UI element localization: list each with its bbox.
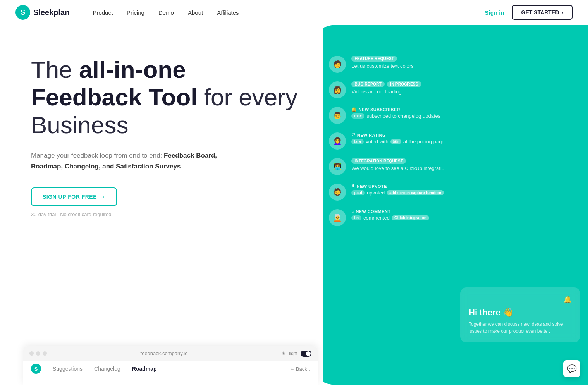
browser-mockup: feedback.company.io ☀ light S Suggestion… — [23, 346, 318, 385]
theme-toggle[interactable]: ☀ light — [281, 351, 311, 357]
chat-bubble-icon: 💬 — [567, 364, 577, 373]
avatar: 🧑‍💻 — [329, 158, 346, 175]
browser-dot-yellow — [36, 351, 40, 356]
notif-new-subscriber: 👨 🔔 NEW SUBSCRIBER max subscribed to cha… — [329, 107, 573, 124]
nav-about[interactable]: About — [188, 9, 203, 16]
tag-in-progress: IN PROGRESS — [387, 81, 421, 87]
avatar: 🧔 — [329, 184, 346, 201]
browser-tab-logo: S — [31, 364, 41, 374]
user-chip: lin — [351, 215, 361, 220]
notif-label: 🔔 NEW SUBSCRIBER — [351, 107, 440, 112]
notif-text: We would love to see a ClickUp integrati… — [351, 165, 445, 171]
user-chip: paul — [351, 190, 365, 195]
bell-icon: 🔔 — [469, 295, 572, 304]
notif-text: Videos are not loading — [351, 89, 421, 95]
logo-text: Sleekplan — [33, 8, 69, 17]
hero-title: The all-in-one Feedback Tool for every B… — [31, 56, 300, 139]
tab-roadmap[interactable]: Roadmap — [132, 366, 157, 372]
tag-integration-request: INTEGRATION REQUEST — [351, 158, 406, 164]
tab-suggestions[interactable]: Suggestions — [53, 366, 83, 372]
feature-chip: add screen capture function — [387, 190, 444, 195]
avatar: 👩 — [329, 81, 346, 98]
nav-links: Product Pricing Demo About Affiliates — [93, 9, 485, 16]
nav-affiliates[interactable]: Affiliates — [217, 9, 239, 16]
back-button[interactable]: ← Back t — [289, 366, 310, 372]
nav-pricing[interactable]: Pricing — [127, 9, 144, 16]
signin-link[interactable]: Sign in — [485, 9, 504, 16]
browser-tabs: S Suggestions Changelog Roadmap ← Back t — [23, 361, 318, 376]
tag-feature-request: FEATURE REQUEST — [351, 56, 397, 62]
notif-text: lara voted with 5/5 at the pricing page — [351, 139, 444, 144]
notif-label: ○ NEW COMMENT — [351, 209, 429, 214]
notif-tags: INTEGRATION REQUEST — [351, 158, 445, 164]
notif-label: ♡ NEW RATING — [351, 132, 444, 138]
notif-text: lin commented Gitlab integration — [351, 215, 429, 221]
chat-icon-button[interactable]: 💬 — [563, 360, 580, 377]
user-chip: lara — [351, 139, 364, 144]
browser-dots — [29, 351, 47, 356]
notif-label: ⬆ NEW UPVOTE — [351, 184, 444, 189]
notif-bug-report: 👩 BUG REPORT IN PROGRESS Videos are not … — [329, 81, 573, 98]
notif-new-comment: 🧑‍🦳 ○ NEW COMMENT lin commented Gitlab i… — [329, 209, 573, 226]
chat-description: Together we can discuss new ideas and so… — [469, 321, 572, 335]
feature-chip: Gitlab integration — [392, 215, 429, 220]
browser-dot-red — [29, 351, 34, 356]
notification-list: 🧑 FEATURE REQUEST Let us customize text … — [329, 56, 573, 226]
theme-label: light — [289, 351, 297, 356]
nav-demo[interactable]: Demo — [158, 9, 174, 16]
score-chip: 5/5 — [390, 139, 401, 144]
tab-changelog[interactable]: Changelog — [94, 366, 120, 372]
signup-free-button[interactable]: SIGN UP FOR FREE → — [31, 187, 117, 206]
notif-tags: FEATURE REQUEST — [351, 56, 413, 62]
chat-widget: 🔔 Hi there 👋 Together we can discuss new… — [460, 287, 580, 342]
browser-dot-green — [43, 351, 47, 356]
nav-product[interactable]: Product — [93, 9, 113, 16]
browser-bar: feedback.company.io ☀ light — [23, 346, 318, 361]
tag-bug-report: BUG REPORT — [351, 81, 385, 87]
notif-new-rating: 👩‍🦱 ♡ NEW RATING lara voted with 5/5 at … — [329, 132, 573, 150]
hero-subtitle: Manage your feedback loop from end to en… — [31, 150, 225, 172]
nav-logo[interactable]: S Sleekplan — [15, 5, 69, 20]
notif-integration-request: 🧑‍💻 INTEGRATION REQUEST We would love to… — [329, 158, 573, 175]
user-chip: max — [351, 113, 364, 119]
sun-icon: ☀ — [281, 351, 286, 356]
notif-new-upvote: 🧔 ⬆ NEW UPVOTE paul upvoted add screen c… — [329, 184, 573, 201]
notif-text: paul upvoted add screen capture function — [351, 190, 444, 196]
logo-icon: S — [15, 5, 30, 20]
browser-url: feedback.company.io — [52, 351, 277, 356]
avatar: 👩‍🦱 — [329, 132, 346, 150]
moon-toggle[interactable] — [301, 351, 311, 357]
avatar: 🧑 — [329, 56, 346, 73]
avatar: 🧑‍🦳 — [329, 209, 346, 226]
hero-section: The all-in-one Feedback Tool for every B… — [0, 25, 323, 385]
notif-text: max subscribed to changelog updates — [351, 113, 440, 119]
notif-feature-request: 🧑 FEATURE REQUEST Let us customize text … — [329, 56, 573, 73]
navbar: S Sleekplan Product Pricing Demo About A… — [0, 0, 588, 25]
nav-actions: Sign in GET STARTED › — [485, 5, 573, 20]
right-panel: 🧑 FEATURE REQUEST Let us customize text … — [306, 25, 588, 385]
notif-tags: BUG REPORT IN PROGRESS — [351, 81, 421, 87]
page-layout: The all-in-one Feedback Tool for every B… — [0, 25, 588, 385]
trial-note: 30-day trial · No credit card required — [31, 211, 300, 217]
get-started-button[interactable]: GET STARTED › — [512, 5, 573, 20]
toggle-circle — [306, 351, 311, 356]
avatar: 👨 — [329, 107, 346, 124]
chat-greeting: Hi there 👋 — [469, 308, 572, 318]
notif-text: Let us customize text colors — [351, 63, 413, 69]
